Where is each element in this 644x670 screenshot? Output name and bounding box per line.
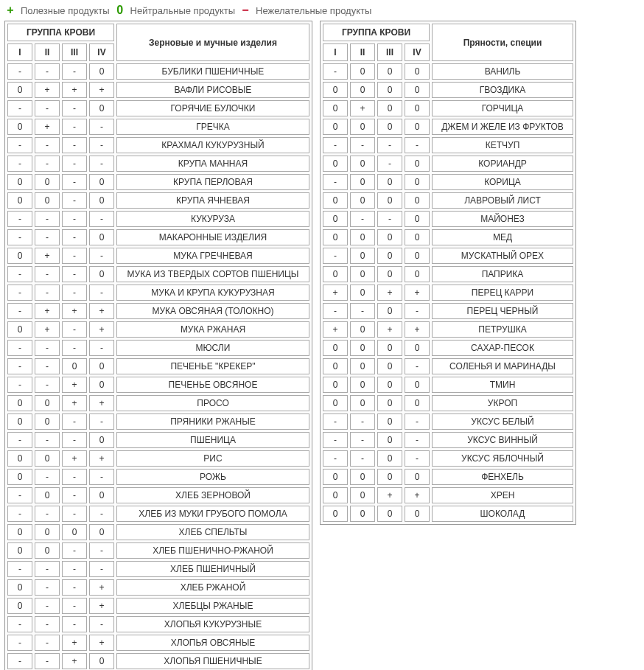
value-cell: 0 [377, 303, 402, 319]
product-name: ХЛЕБ ИЗ МУКИ ГРУБОГО ПОМОЛА [116, 506, 309, 522]
value-cell: - [323, 450, 348, 467]
table-row: --0-УКСУС ЯБЛОЧНЫЙ [323, 450, 573, 467]
table-row: 00--ПРЯНИКИ РЖАНЫЕ [7, 413, 309, 430]
value-cell: 0 [350, 119, 375, 135]
value-cell: - [350, 303, 375, 319]
value-cell: 0 [377, 340, 402, 356]
value-cell: 0 [7, 119, 32, 135]
value-cell: - [7, 653, 32, 669]
value-cell: + [405, 321, 430, 338]
value-cell: - [35, 211, 60, 227]
value-cell: + [89, 321, 114, 338]
product-name: УКСУС ЯБЛОЧНЫЙ [432, 450, 573, 467]
value-cell: - [89, 506, 114, 522]
value-cell: 0 [377, 82, 402, 98]
value-cell: - [323, 413, 348, 430]
value-cell: - [89, 285, 114, 301]
table-row: --++ХЛОПЬЯ ОВСЯНЫЕ [7, 635, 309, 651]
value-cell: + [405, 285, 430, 301]
value-cell: 0 [89, 192, 114, 209]
value-cell: 0 [377, 395, 402, 411]
value-cell: 0 [35, 192, 60, 209]
value-cell: 0 [7, 248, 32, 264]
value-cell: 0 [350, 63, 375, 80]
value-cell: 0 [405, 248, 430, 264]
value-cell: - [62, 432, 87, 448]
value-cell: - [35, 432, 60, 448]
value-cell: - [89, 119, 114, 135]
value-cell: - [62, 100, 87, 116]
value-cell: 0 [323, 192, 348, 209]
value-cell: 0 [350, 229, 375, 245]
value-cell: - [405, 137, 430, 153]
value-cell: - [7, 266, 32, 282]
product-name: МЮСЛИ [116, 340, 309, 356]
value-cell: - [62, 211, 87, 227]
value-cell: - [323, 137, 348, 153]
table-row: 0000ТМИН [323, 377, 573, 393]
minus-icon: − [239, 4, 251, 16]
value-cell: - [35, 156, 60, 172]
product-name: ХЛОПЬЯ ПШЕНИЧНЫЕ [116, 653, 309, 669]
product-name: МУКА РЖАНАЯ [116, 321, 309, 338]
product-name: ФЕНХЕЛЬ [432, 469, 573, 485]
value-cell: 0 [377, 469, 402, 485]
legend-minus-label: Нежелательные продукты [256, 5, 371, 16]
value-cell: 0 [323, 358, 348, 374]
table-row: ----МУКА И КРУПА КУКУРУЗНАЯ [7, 285, 309, 301]
value-cell: 0 [323, 82, 348, 98]
value-cell: 0 [350, 174, 375, 190]
product-name: КРУПА ПЕРЛОВАЯ [116, 174, 309, 190]
table-row: 0+--ГРЕЧКА [7, 119, 309, 135]
value-cell: - [89, 248, 114, 264]
value-cell: 0 [323, 377, 348, 393]
product-name: ЛАВРОВЫЙ ЛИСТ [432, 192, 573, 209]
value-cell: - [89, 340, 114, 356]
product-name: РОЖЬ [116, 469, 309, 485]
table-row: 00++ПРОСО [7, 395, 309, 411]
table-row: 000-СОЛЕНЬЯ И МАРИНАДЫ [323, 358, 573, 374]
value-cell: + [89, 82, 114, 98]
value-cell: - [350, 450, 375, 467]
value-cell: 0 [35, 542, 60, 559]
value-cell: - [350, 432, 375, 448]
product-name: ПЕТРУШКА [432, 321, 573, 338]
group-header: ГРУППА КРОВИ [323, 24, 430, 41]
value-cell: + [35, 248, 60, 264]
product-name: МУСКАТНЫЙ ОРЕХ [432, 248, 573, 264]
product-name: БУБЛИКИ ПШЕНИЧНЫЕ [116, 63, 309, 80]
table-row: ---0БУБЛИКИ ПШЕНИЧНЫЕ [7, 63, 309, 80]
product-name: ГРЕЧКА [116, 119, 309, 135]
table-row: 00-0КОРИАНДР [323, 156, 573, 172]
value-cell: - [35, 377, 60, 393]
product-name: УКСУС ВИННЫЙ [432, 432, 573, 448]
value-cell: 0 [89, 653, 114, 669]
value-cell: 0 [323, 395, 348, 411]
value-cell: + [89, 395, 114, 411]
value-cell: - [405, 413, 430, 430]
value-cell: 0 [7, 469, 32, 485]
value-cell: 0 [7, 82, 32, 98]
table-row: ----КРАХМАЛ КУКУРУЗНЫЙ [7, 137, 309, 153]
value-cell: 0 [89, 174, 114, 190]
value-cell: - [35, 266, 60, 282]
table-row: -0-0ХЛЕБ ЗЕРНОВОЙ [7, 487, 309, 503]
product-name: МУКА ИЗ ТВЕРДЫХ СОРТОВ ПШЕНИЦЫ [116, 266, 309, 282]
value-cell: - [62, 248, 87, 264]
value-cell: 0 [35, 524, 60, 540]
category-header-spices: Пряности, специи [432, 24, 573, 61]
table-row: +0++ПЕТРУШКА [323, 321, 573, 338]
value-cell: 0 [350, 395, 375, 411]
value-cell: 0 [89, 358, 114, 374]
value-cell: - [7, 487, 32, 503]
table-row: --0-УКСУС ВИННЫЙ [323, 432, 573, 448]
table-row: ---0ПШЕНИЦА [7, 432, 309, 448]
value-cell: - [35, 358, 60, 374]
product-name: МУКА ГРЕЧНЕВАЯ [116, 248, 309, 264]
value-cell: - [35, 469, 60, 485]
table-row: 0+--МУКА ГРЕЧНЕВАЯ [7, 248, 309, 264]
value-cell: - [62, 229, 87, 245]
value-cell: 0 [7, 579, 32, 596]
product-name: УКСУС БЕЛЫЙ [432, 413, 573, 430]
value-cell: 0 [405, 377, 430, 393]
